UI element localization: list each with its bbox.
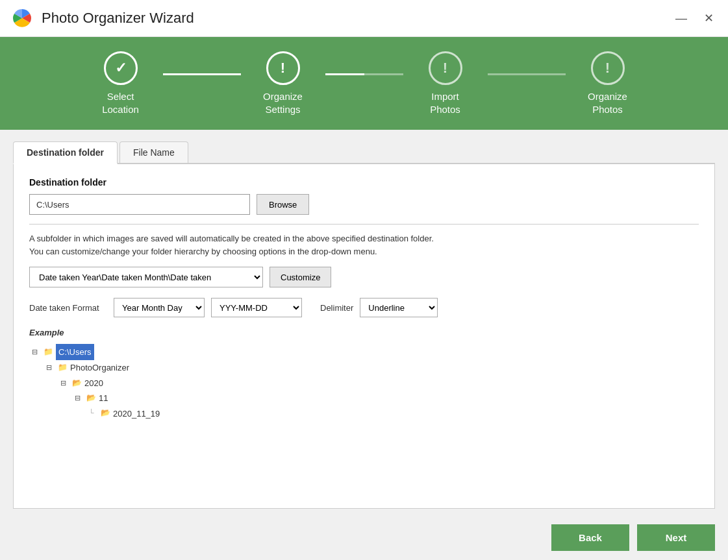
back-button[interactable]: Back: [551, 524, 629, 551]
expand-icon-photoorganizer: ⊟: [46, 361, 55, 374]
tree-node-label-20201119[interactable]: 2020_11_19: [113, 406, 160, 421]
tree-node-root: ⊟ 📁 C:\Users: [32, 344, 699, 360]
tree-children-root: ⊟ 📁 PhotoOrganizer ⊟ 📂 2020 ⊟: [32, 360, 699, 421]
destination-row: Browse: [29, 194, 699, 215]
main-content: Destination folder File Name Destination…: [0, 130, 728, 515]
tree-children-11: └ 📂 2020_11_19: [75, 406, 699, 421]
wizard-step-organize-photos: ! OrganizePhotos: [566, 51, 650, 116]
wizard-connector-1: [163, 73, 241, 75]
destination-folder-title: Destination folder: [29, 177, 699, 188]
wizard-progress-bar: ✓ SelectLocation ! OrganizeSettings ! Im…: [0, 37, 728, 130]
app-title: Photo Organizer Wizard: [42, 10, 672, 27]
tree-node-label-2020[interactable]: 2020: [84, 376, 103, 391]
next-button[interactable]: Next: [637, 524, 715, 551]
expand-icon-20201119: └: [89, 407, 98, 420]
tab-file-name[interactable]: File Name: [119, 141, 188, 163]
date-format-select[interactable]: Year Month Day Month Day Year Day Month …: [114, 298, 205, 317]
folder-icon-root: 📁: [44, 345, 53, 359]
tab-bar: Destination folder File Name: [13, 141, 715, 164]
folder-icon-11: 📂: [86, 391, 96, 406]
wizard-step-import-photos: ! ImportPhotos: [403, 51, 488, 116]
wizard-step-label-4: OrganizePhotos: [588, 90, 627, 116]
settings-panel: Destination folder Browse A subfolder in…: [13, 164, 715, 509]
tree-children-photoorganizer: ⊟ 📂 2020 ⊟ 📂 11: [46, 376, 699, 421]
tree-node-photoorganizer: ⊟ 📁 PhotoOrganizer: [46, 360, 699, 375]
tree-node-label-root[interactable]: C:\Users: [56, 344, 94, 360]
close-button[interactable]: ✕: [700, 11, 718, 25]
info-text: A subfolder in which images are saved wi…: [29, 232, 699, 258]
customize-button[interactable]: Customize: [270, 267, 331, 287]
date-pattern-select[interactable]: YYY-MM-DD YYYY/MM/DD YYYY.MM.DD: [211, 298, 302, 317]
folder-icon-20201119: 📂: [101, 406, 110, 420]
tree-node-20201119: └ 📂 2020_11_19: [89, 406, 699, 421]
tab-destination-folder[interactable]: Destination folder: [13, 141, 118, 164]
tree-node-11: ⊟ 📂 11: [75, 391, 699, 406]
wizard-step-select-location: ✓ SelectLocation: [79, 51, 163, 116]
wizard-step-organize-settings: ! OrganizeSettings: [241, 51, 325, 116]
tree-node-label-photoorganizer[interactable]: PhotoOrganizer: [70, 360, 129, 375]
browse-button[interactable]: Browse: [257, 194, 309, 215]
date-format-row: Date taken Format Year Month Day Month D…: [29, 298, 699, 317]
example-label: Example: [29, 328, 699, 337]
date-format-label: Date taken Format: [29, 303, 107, 313]
folder-icon-2020: 📂: [72, 376, 82, 391]
folder-hierarchy-select[interactable]: Date taken Year\Date taken Month\Date ta…: [29, 267, 263, 287]
wizard-step-circle-2: !: [266, 51, 300, 85]
folder-icon-photoorganizer: 📁: [58, 361, 68, 375]
window-controls: — ✕: [672, 11, 718, 25]
delimiter-label: Delimiter: [320, 303, 353, 313]
wizard-connector-2: [325, 73, 403, 75]
title-bar: Photo Organizer Wizard — ✕: [0, 0, 728, 37]
destination-input[interactable]: [29, 194, 250, 215]
wizard-step-label-1: SelectLocation: [102, 90, 139, 116]
expand-icon-root: ⊟: [32, 346, 41, 359]
tree-node-2020: ⊟ 📂 2020: [60, 376, 699, 391]
wizard-step-circle-3: !: [429, 51, 462, 85]
expand-icon-2020: ⊟: [60, 377, 69, 390]
delimiter-select[interactable]: Underline Hyphen Dot None: [360, 298, 438, 317]
minimize-button[interactable]: —: [672, 11, 691, 25]
tree-node-label-11[interactable]: 11: [99, 391, 108, 406]
expand-icon-11: ⊟: [75, 392, 84, 405]
wizard-connector-3: [488, 73, 566, 75]
wizard-step-label-3: ImportPhotos: [430, 90, 460, 116]
tree-view: ⊟ 📁 C:\Users ⊟ 📁 PhotoOrganizer ⊟ 📂 2020: [29, 344, 699, 421]
wizard-step-label-2: OrganizeSettings: [263, 90, 303, 116]
app-logo: [10, 6, 34, 30]
bottom-bar: Back Next: [0, 515, 728, 560]
folder-hierarchy-row: Date taken Year\Date taken Month\Date ta…: [29, 267, 699, 287]
wizard-step-circle-1: ✓: [104, 51, 138, 85]
tree-children-2020: ⊟ 📂 11 └ 📂 2020_11_19: [60, 391, 699, 421]
divider: [29, 224, 699, 225]
wizard-step-circle-4: !: [591, 51, 625, 85]
